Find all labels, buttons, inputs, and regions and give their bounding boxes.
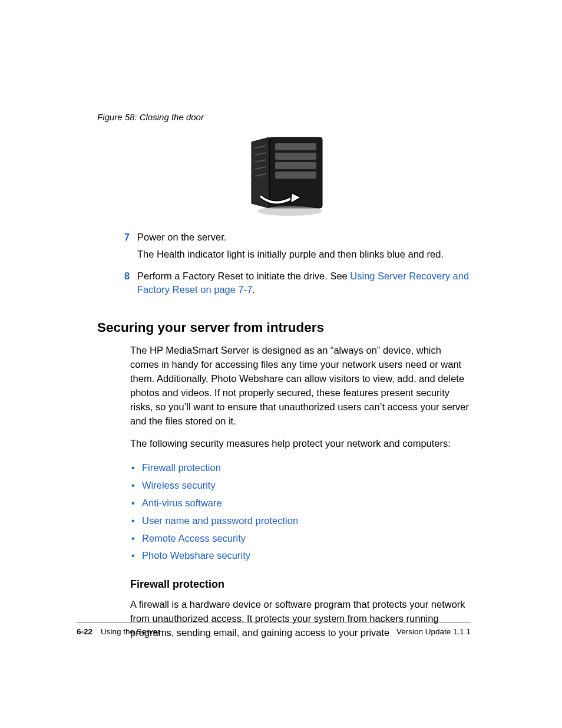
intro-paragraph-1: The HP MediaSmart Server is designed as …	[130, 344, 471, 429]
subheading-firewall: Firewall protection	[130, 577, 471, 592]
step-prefix: Perform a Factory Reset to initiate the …	[137, 271, 350, 281]
svg-rect-4	[275, 172, 316, 179]
step-list: 7 Power on the server. The Health indica…	[124, 230, 471, 300]
svg-rect-2	[275, 153, 316, 160]
figure-image	[97, 131, 471, 222]
svg-rect-3	[275, 162, 316, 169]
step-number: 7	[124, 230, 137, 265]
step-body: Perform a Factory Reset to initiate the …	[137, 269, 471, 300]
step-text: The Health indicator light is initially …	[137, 248, 471, 261]
link-photo-webshare-security[interactable]: Photo Webshare security	[130, 547, 471, 565]
link-anti-virus-software[interactable]: Anti-virus software	[130, 495, 471, 512]
step-text: Power on the server.	[137, 230, 471, 244]
page-number: 6-22	[77, 627, 92, 636]
section-heading: Securing your server from intruders	[97, 320, 471, 335]
step-suffix: .	[252, 284, 255, 295]
footer-section: Using the Server	[101, 627, 160, 636]
step-7: 7 Power on the server. The Health indica…	[124, 230, 471, 265]
step-body: Power on the server. The Health indicato…	[137, 230, 471, 265]
link-wireless-security[interactable]: Wireless security	[130, 477, 471, 495]
link-user-password-protection[interactable]: User name and password protection	[130, 512, 471, 530]
page: Figure 58: Closing the door	[0, 0, 562, 728]
link-firewall-protection[interactable]: Firewall protection	[130, 459, 471, 477]
page-footer: 6-22 Using the Server Version Update 1.1…	[77, 622, 471, 636]
step-number: 8	[124, 269, 137, 300]
svg-rect-1	[275, 143, 316, 150]
step-text: Perform a Factory Reset to initiate the …	[137, 269, 471, 297]
footer-version: Version Update 1.1.1	[396, 627, 471, 636]
security-link-list: Firewall protection Wireless security An…	[130, 459, 471, 565]
link-remote-access-security[interactable]: Remote Access security	[130, 530, 471, 548]
intro-paragraph-2: The following security measures help pro…	[130, 437, 471, 451]
figure-caption: Figure 58: Closing the door	[97, 112, 471, 122]
section-body: The HP MediaSmart Server is designed as …	[130, 344, 471, 640]
step-8: 8 Perform a Factory Reset to initiate th…	[124, 269, 471, 300]
server-closing-door-icon	[234, 131, 334, 220]
